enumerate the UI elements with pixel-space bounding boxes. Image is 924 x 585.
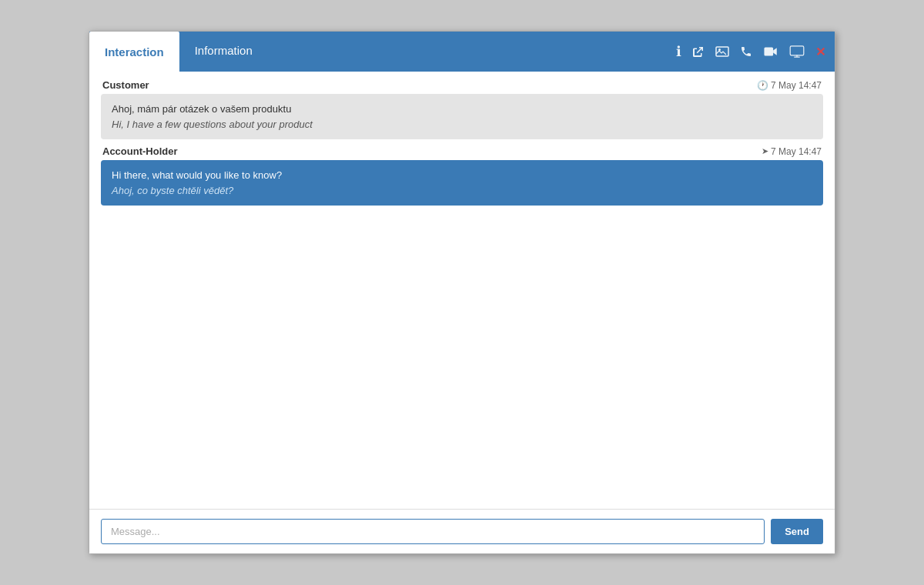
- message-meta-agent: Account-Holder ➤ 7 May 14:47: [101, 145, 823, 157]
- message-meta-customer: Customer 🕐 7 May 14:47: [101, 79, 823, 91]
- tab-information[interactable]: Information: [179, 32, 268, 72]
- message-input[interactable]: [101, 519, 765, 544]
- footer: Send: [89, 509, 835, 553]
- message-text-agent: Hi there, what would you like to know?: [112, 168, 812, 183]
- message-text-customer: Ahoj, mám pár otázek o vašem produktu: [112, 102, 812, 117]
- message-group-customer: Customer 🕐 7 May 14:47 Ahoj, mám pár otá…: [101, 79, 823, 139]
- svg-rect-3: [790, 46, 804, 55]
- bubble-agent: Hi there, what would you like to know? A…: [101, 160, 823, 206]
- svg-point-1: [718, 48, 721, 51]
- message-group-agent: Account-Holder ➤ 7 May 14:47 Hi there, w…: [101, 145, 823, 206]
- bubble-customer: Ahoj, mám pár otázek o vašem produktu Hi…: [101, 94, 823, 139]
- chat-area: Customer 🕐 7 May 14:47 Ahoj, mám pár otá…: [89, 72, 835, 509]
- sender-label-agent: Account-Holder: [102, 145, 178, 157]
- video-icon[interactable]: [763, 46, 778, 57]
- sent-icon: ➤: [762, 146, 768, 156]
- external-link-icon[interactable]: [692, 45, 705, 58]
- screen-share-icon[interactable]: [789, 45, 805, 58]
- phone-icon[interactable]: [740, 45, 752, 58]
- chat-window: Interaction Information ℹ: [89, 31, 835, 554]
- message-translation-agent: Ahoj, co byste chtěli vědět?: [112, 183, 812, 199]
- svg-rect-2: [764, 48, 773, 56]
- received-icon: 🕐: [757, 80, 768, 91]
- message-translation-customer: Hi, I have a few questions about your pr…: [112, 117, 812, 132]
- image-icon[interactable]: [715, 46, 729, 57]
- timestamp-agent: ➤ 7 May 14:47: [762, 146, 822, 157]
- info-icon[interactable]: ℹ: [676, 43, 681, 60]
- header: Interaction Information ℹ: [89, 32, 835, 72]
- tab-interaction[interactable]: Interaction: [89, 32, 179, 72]
- sender-label-customer: Customer: [102, 79, 149, 91]
- close-icon[interactable]: ✕: [815, 45, 825, 59]
- header-icons: ℹ: [676, 32, 835, 72]
- send-button[interactable]: Send: [771, 519, 823, 544]
- timestamp-customer: 🕐 7 May 14:47: [757, 80, 822, 91]
